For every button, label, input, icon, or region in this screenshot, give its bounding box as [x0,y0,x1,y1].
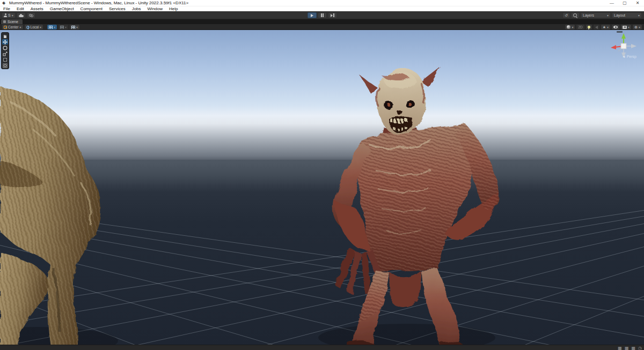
2d-label: 2D [578,25,582,29]
lighting-toggle[interactable] [586,25,592,29]
import-activity-icon[interactable]: ▦ [618,346,622,350]
projection-label[interactable]: ◄ Persp [622,55,636,58]
scene-tab-label: Scene [8,20,18,24]
snap-increment-dropdown[interactable]: ▾ [70,25,79,29]
menu-window[interactable]: Window [144,6,166,11]
layers-dropdown[interactable]: Layers ▾ [581,12,611,18]
withered-zombie-creature[interactable] [333,66,500,345]
gizmos-icon: ⊕ [634,25,638,29]
menu-edit[interactable]: Edit [13,6,27,11]
scale-tool-button[interactable] [2,51,8,56]
person-icon [4,13,7,17]
move-icon [3,40,8,44]
scene-render [0,30,644,345]
menu-bar: File Edit Assets GameObject Component Se… [0,6,644,11]
effects-dropdown[interactable]: ★ ▾ [601,25,610,29]
tools-overlay [1,32,9,69]
chevron-down-icon: ▾ [54,25,55,29]
rotate-tool-button[interactable] [2,45,8,50]
chevron-down-icon: ▾ [628,25,630,29]
step-button[interactable] [328,12,337,18]
rotate-icon [3,46,8,50]
chevron-down-icon: ▾ [607,13,609,17]
orientation-gizmo[interactable] [608,31,640,64]
rect-tool-button[interactable] [2,57,8,62]
chevron-down-icon: ▾ [12,13,13,17]
window-titlebar: ◈ MummyWithered - MummyWitheredScene - W… [0,0,644,6]
chevron-down-icon: ▾ [639,25,640,29]
effects-star-icon: ★ [603,25,606,29]
tool-handle-rotation-dropdown[interactable]: Local ▾ [25,25,43,29]
menu-gameobject[interactable]: GameObject [47,6,77,11]
close-button[interactable]: ✕ [631,0,644,6]
tab-bar: Scene [0,19,644,24]
minimize-button[interactable]: — [605,0,618,6]
rect-icon [3,57,8,62]
chevron-down-icon: ▾ [20,25,21,29]
chevron-down-icon: ▾ [76,25,78,29]
window-title: MummyWithered - MummyWitheredScene - Win… [9,1,188,5]
view-hand-tool-button[interactable] [2,33,8,39]
gizmo-center-cube[interactable] [621,43,626,49]
shaded-sphere-icon [567,25,570,29]
scene-viewport[interactable]: ◄ Persp [0,30,644,345]
projection-arrow-icon: ◄ [622,55,626,58]
chevron-down-icon: ▾ [40,25,41,29]
version-control-icon [29,13,33,17]
main-toolbar: S ▾ ↺ Layers ▾ Layout [0,11,644,19]
play-icon [311,14,313,17]
background-progress-icon[interactable]: ◷ [638,346,642,350]
layout-label: Layout [614,13,625,17]
menu-jobs[interactable]: Jobs [129,6,144,11]
search-button[interactable] [571,12,580,18]
account-dropdown[interactable]: S ▾ [2,12,16,18]
chevron-down-icon: ▾ [638,13,640,17]
move-tool-button[interactable] [2,39,8,44]
transform-tool-button[interactable] [2,63,8,68]
menu-component[interactable]: Component [77,6,106,11]
scene-visibility-toggle[interactable] [612,25,619,29]
maximize-button[interactable]: ▢ [618,0,631,6]
transform-icon [3,63,8,68]
tab-scene[interactable]: Scene [1,19,23,24]
eye-icon [613,26,618,28]
menu-help[interactable]: Help [166,6,181,11]
import-activity-icon[interactable]: ▦ [631,346,635,350]
menu-services[interactable]: Services [106,6,129,11]
gizmos-dropdown[interactable]: ⊕ ▾ [633,25,642,29]
snap-settings-dropdown[interactable]: ▾ [58,25,68,29]
search-icon [573,13,577,18]
unity-logo-icon: ◈ [2,1,7,5]
scale-icon [3,51,8,56]
orientation-label: Local [31,25,39,29]
local-axis-icon [26,26,30,29]
snap-move-icon [71,26,75,29]
undo-history-button[interactable]: ↺ [562,12,570,18]
lightbulb-icon [588,26,590,28]
shading-mode-dropdown[interactable]: ▾ [565,25,575,29]
pivot-label: Center [8,25,19,29]
version-control-button[interactable] [27,12,35,18]
hand-icon [3,34,8,39]
tool-handle-position-dropdown[interactable]: Center ▾ [2,25,23,29]
speaker-icon [595,26,598,29]
grid-visibility-toggle[interactable]: ▾ [47,25,57,29]
scene-view-toolbar: Center ▾ Local ▾ ▾ ▾ ▾ ▾ 2D [0,24,644,30]
pause-button[interactable] [318,12,327,18]
history-icon: ↺ [565,13,568,18]
import-activity-icon[interactable]: ▦ [625,346,629,350]
layout-dropdown[interactable]: Layout ▾ [612,12,642,18]
pivot-icon [4,26,7,29]
play-button[interactable] [308,12,317,18]
chevron-down-icon: ▾ [65,25,67,29]
mummy-creature[interactable] [0,87,101,345]
2d-view-toggle[interactable]: 2D [576,25,584,29]
menu-file[interactable]: File [0,6,13,11]
cloud-services-button[interactable] [17,12,26,18]
audio-toggle[interactable] [594,25,599,29]
snap-icon [60,26,64,29]
camera-settings-dropdown[interactable]: ▾ [621,25,631,29]
menu-assets[interactable]: Assets [27,6,47,11]
scene-tab-icon [3,20,6,23]
status-bar: ▦ ▦ ▦ ◷ [0,345,644,350]
